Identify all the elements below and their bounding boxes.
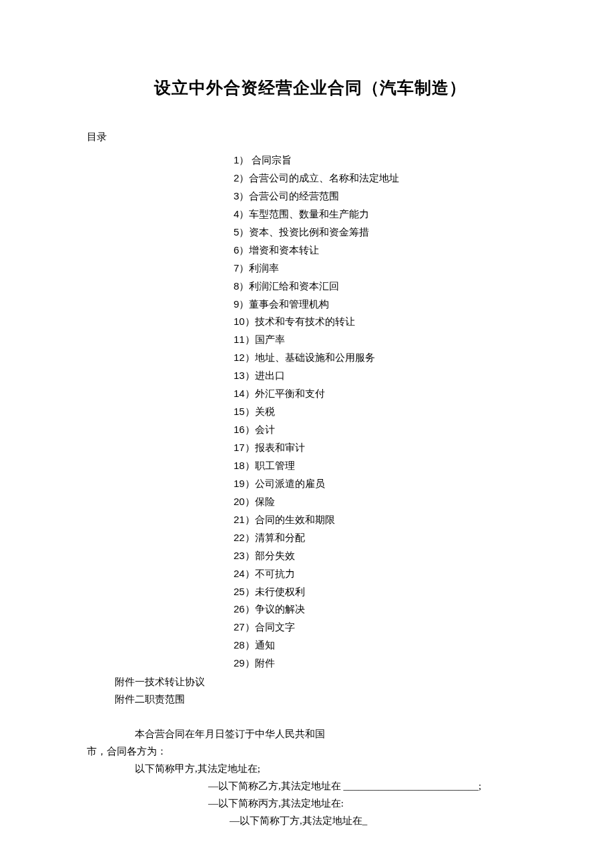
- toc-label: 进出口: [255, 370, 285, 381]
- toc-num: 8）: [234, 280, 249, 292]
- toc-num: 10）: [234, 316, 255, 327]
- toc-label: 报表和审计: [255, 442, 305, 453]
- toc-num: 4）: [234, 208, 249, 220]
- toc-label: 增资和资本转让: [249, 245, 319, 256]
- toc-item: 21）合同的生效和期限: [234, 511, 534, 529]
- toc-label: 未行使权利: [255, 586, 305, 597]
- toc-label: 董事会和管理机构: [249, 299, 329, 310]
- toc-item: 7）利润率: [234, 260, 534, 278]
- toc-num: 22）: [234, 532, 255, 543]
- toc-item: 26）争议的解决: [234, 600, 534, 618]
- toc-item: 6）增资和资本转让: [234, 242, 534, 260]
- toc-num: 3）: [234, 190, 249, 201]
- toc-label: 国产率: [255, 334, 285, 345]
- toc-item: 1） 合同宗旨: [234, 151, 534, 169]
- toc-num: 26）: [234, 603, 255, 614]
- body-line: —以下简称乙方,其法定地址在 _________________________…: [208, 778, 534, 795]
- appendix-item: 附件一技术转让协议: [115, 674, 534, 691]
- toc-num: 7）: [234, 262, 249, 274]
- toc-num: 13）: [234, 370, 255, 381]
- toc-num: 21）: [234, 514, 255, 525]
- toc-item: 15）关税: [234, 403, 534, 421]
- toc-num: 25）: [234, 586, 255, 597]
- toc-num: 29）: [234, 657, 255, 669]
- toc-item: 22）清算和分配: [234, 529, 534, 547]
- toc-num: 5）: [234, 226, 249, 238]
- toc-item: 10）技术和专有技术的转让: [234, 313, 534, 331]
- toc-item: 13）进出口: [234, 367, 534, 385]
- toc-label: 合同的生效和期限: [255, 514, 335, 525]
- toc-heading: 目录: [87, 131, 534, 143]
- toc-num: 9）: [234, 298, 249, 310]
- toc-label: 车型范围、数量和生产能力: [249, 209, 369, 220]
- toc-num: 18）: [234, 460, 255, 471]
- appendix-list: 附件一技术转让协议 附件二职责范围: [115, 674, 534, 709]
- body-line: —以下简称丁方,其法定地址在_: [230, 813, 534, 830]
- toc-item: 25）未行使权利: [234, 583, 534, 601]
- toc-num: 6）: [234, 244, 249, 256]
- toc-label: 关税: [255, 406, 275, 417]
- toc-label: 合同文字: [255, 622, 295, 632]
- toc-item: 23）部分失效: [234, 547, 534, 565]
- toc-num: 24）: [234, 568, 255, 579]
- toc-num: 2）: [234, 172, 249, 183]
- toc-label: 利润率: [249, 263, 279, 274]
- toc-label: 保险: [255, 496, 275, 507]
- toc-item: 24）不可抗力: [234, 565, 534, 583]
- toc-label: 职工管理: [255, 460, 295, 471]
- body-line: 以下简称甲方,其法定地址在;: [135, 761, 534, 778]
- toc-label: 资本、投资比例和资金筹措: [249, 227, 369, 238]
- toc-label: 合营公司的经营范围: [249, 191, 339, 201]
- toc-label: 通知: [255, 640, 275, 650]
- toc-num: 16）: [234, 424, 255, 435]
- toc-item: 8）利润汇给和资本汇回: [234, 278, 534, 296]
- body-text-segment: ;: [479, 781, 481, 791]
- body-line: —以下简称丙方,其法定地址在:: [208, 795, 534, 813]
- toc-label: 技术和专有技术的转让: [255, 316, 355, 327]
- toc-list: 1） 合同宗旨 2）合营公司的成立、名称和法定地址 3）合营公司的经营范围 4）…: [234, 151, 534, 673]
- toc-item: 28）通知: [234, 636, 534, 655]
- toc-label: 合同宗旨: [249, 155, 292, 165]
- toc-label: 清算和分配: [255, 532, 305, 543]
- body-text-segment: —以下简称乙方,其法定地址在: [208, 781, 344, 791]
- toc-label: 争议的解决: [255, 604, 305, 614]
- toc-label: 利润汇给和资本汇回: [249, 281, 339, 292]
- toc-item: 18）职工管理: [234, 457, 534, 475]
- body-line: 本合营合同在年月日签订于中华人民共和国: [135, 726, 534, 743]
- toc-label: 合营公司的成立、名称和法定地址: [249, 173, 399, 183]
- toc-item: 4）车型范围、数量和生产能力: [234, 205, 534, 224]
- toc-label: 部分失效: [255, 550, 295, 561]
- toc-item: 5）资本、投资比例和资金筹措: [234, 224, 534, 242]
- toc-num: 1）: [234, 154, 249, 165]
- toc-num: 12）: [234, 352, 255, 363]
- toc-item: 2）合营公司的成立、名称和法定地址: [234, 169, 534, 187]
- blank-underline: ___________________________: [344, 781, 479, 791]
- toc-item: 12）地址、基础设施和公用服务: [234, 349, 534, 367]
- body-line: 市，合同各方为：: [87, 743, 534, 761]
- toc-item: 16）会计: [234, 421, 534, 439]
- body-text: 本合营合同在年月日签订于中华人民共和国 市，合同各方为： 以下简称甲方,其法定地…: [87, 726, 534, 830]
- toc-label: 地址、基础设施和公用服务: [255, 352, 375, 363]
- toc-num: 15）: [234, 406, 255, 417]
- toc-num: 20）: [234, 496, 255, 507]
- document-title: 设立中外合资经营企业合同（汽车制造）: [87, 77, 534, 99]
- appendix-item: 附件二职责范围: [115, 691, 534, 709]
- toc-num: 23）: [234, 550, 255, 561]
- toc-item: 20）保险: [234, 493, 534, 511]
- toc-item: 29）附件: [234, 655, 534, 673]
- toc-item: 19）公司派遣的雇员: [234, 475, 534, 493]
- toc-label: 外汇平衡和支付: [255, 388, 325, 399]
- toc-label: 会计: [255, 424, 275, 435]
- toc-item: 14）外汇平衡和支付: [234, 385, 534, 403]
- toc-num: 19）: [234, 478, 255, 489]
- toc-label: 不可抗力: [255, 568, 295, 579]
- toc-label: 公司派遣的雇员: [255, 478, 325, 489]
- toc-num: 11）: [234, 334, 255, 345]
- toc-num: 27）: [234, 621, 255, 632]
- toc-num: 14）: [234, 388, 255, 399]
- toc-item: 11）国产率: [234, 331, 534, 349]
- toc-item: 17）报表和审计: [234, 439, 534, 457]
- toc-item: 9）董事会和管理机构: [234, 296, 534, 314]
- toc-num: 17）: [234, 442, 255, 453]
- toc-item: 27）合同文字: [234, 618, 534, 636]
